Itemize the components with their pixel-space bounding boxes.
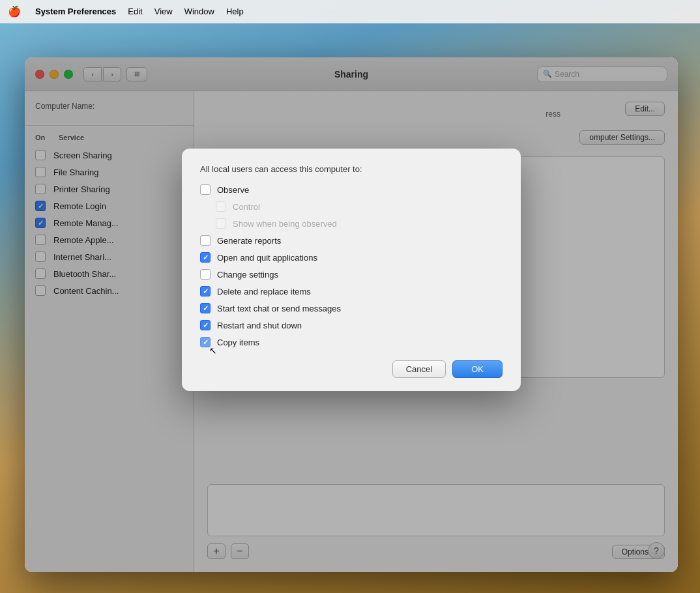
copy-items-label: Copy items	[217, 338, 259, 347]
mouse-cursor: ↖	[209, 346, 217, 355]
app-name-menu[interactable]: System Preferences	[35, 7, 116, 16]
delete-replace-checkbox[interactable]	[200, 286, 211, 296]
change-settings-label: Change settings	[217, 270, 278, 280]
text-chat-checkbox[interactable]	[200, 303, 211, 313]
copy-items-checkbox[interactable]	[200, 337, 211, 347]
generate-reports-checkbox[interactable]	[200, 235, 211, 246]
open-quit-label: Open and quit applications	[217, 253, 317, 263]
modal-item-generate-reports[interactable]: Generate reports	[200, 235, 503, 246]
modal-item-restart-shutdown[interactable]: Restart and shut down	[200, 320, 503, 330]
modal-item-copy-items[interactable]: Copy items ↖	[200, 337, 503, 347]
view-menu[interactable]: View	[154, 7, 173, 16]
permissions-modal: All local users can access this computer…	[182, 149, 521, 391]
modal-item-observe[interactable]: Observe	[200, 184, 503, 195]
control-label: Control	[233, 202, 260, 212]
window-menu[interactable]: Window	[184, 7, 214, 16]
modal-overlay: All local users can access this computer…	[25, 57, 678, 572]
modal-item-change-settings[interactable]: Change settings	[200, 269, 503, 280]
control-checkbox[interactable]	[216, 201, 226, 212]
text-chat-label: Start text chat or send messages	[217, 304, 341, 313]
modal-item-control[interactable]: Control	[216, 201, 503, 212]
observe-label: Observe	[217, 185, 249, 195]
open-quit-checkbox[interactable]	[200, 252, 211, 263]
menu-bar: 🍎 System Preferences Edit View Window He…	[0, 0, 700, 23]
cancel-button[interactable]: Cancel	[392, 360, 446, 378]
modal-item-show-when-observed[interactable]: Show when being observed	[216, 218, 503, 229]
modal-item-open-quit[interactable]: Open and quit applications	[200, 252, 503, 263]
edit-menu[interactable]: Edit	[128, 7, 142, 16]
show-when-observed-label: Show when being observed	[233, 219, 337, 229]
sharing-window: ‹ › ⊞ Sharing 🔍 Search Computer Name: On…	[25, 57, 678, 572]
apple-menu-icon[interactable]: 🍎	[8, 5, 21, 18]
change-settings-checkbox[interactable]	[200, 269, 211, 280]
restart-shutdown-checkbox[interactable]	[200, 320, 211, 330]
restart-shutdown-label: Restart and shut down	[217, 321, 302, 330]
generate-reports-label: Generate reports	[217, 236, 281, 246]
ok-button[interactable]: OK	[452, 360, 503, 378]
modal-buttons: Cancel OK	[200, 360, 503, 378]
modal-item-delete-replace[interactable]: Delete and replace items	[200, 286, 503, 296]
show-when-observed-checkbox[interactable]	[216, 218, 226, 229]
modal-title: All local users can access this computer…	[200, 164, 503, 174]
observe-checkbox[interactable]	[200, 184, 211, 195]
help-menu[interactable]: Help	[226, 7, 244, 16]
modal-item-text-chat[interactable]: Start text chat or send messages	[200, 303, 503, 313]
delete-replace-label: Delete and replace items	[217, 287, 311, 296]
